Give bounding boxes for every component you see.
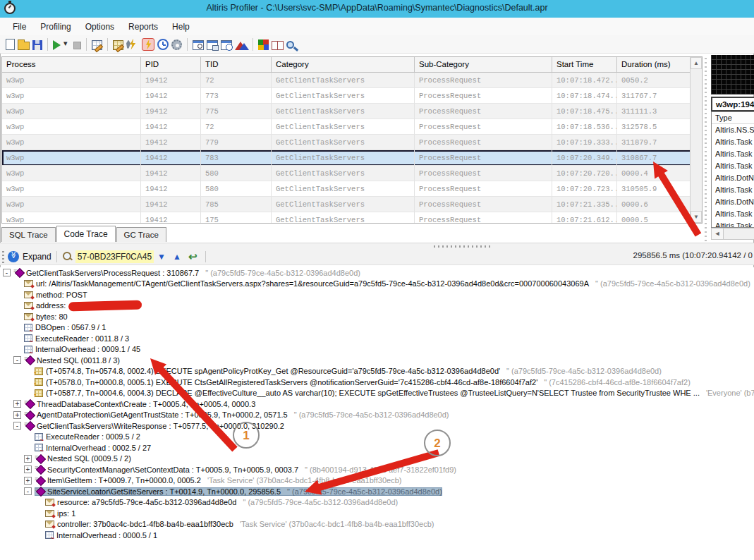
collapse-icon[interactable]: - bbox=[13, 422, 21, 430]
table-vertical-scrollbar[interactable]: ▲ ▼ bbox=[690, 57, 702, 223]
type-list-item[interactable]: Altiris.NS.S bbox=[712, 124, 754, 136]
chart-waves-icon[interactable] bbox=[235, 39, 248, 51]
tree-row[interactable]: InternalOverhead : 0002.5 / 27 bbox=[0, 442, 754, 454]
find-previous-button[interactable]: ▲ bbox=[173, 252, 181, 262]
column-header-start-time[interactable]: Start Time bbox=[552, 57, 617, 72]
tree-row[interactable]: -Nested SQL (0011.8 / 3) bbox=[0, 355, 754, 366]
horizontal-splitter[interactable] bbox=[0, 243, 754, 248]
collapse-icon[interactable]: - bbox=[3, 269, 11, 276]
column-header-sub-category[interactable]: Sub-Category bbox=[415, 57, 552, 72]
tree-row[interactable]: (T+0587.7, Tn+0004.6, 0004.3) DECLARE @E… bbox=[0, 388, 754, 399]
tree-row[interactable]: resource: a79c5fd5-79ce-4a5c-b312-0396ad… bbox=[0, 497, 754, 509]
tree-row[interactable]: ExecuteReader : 0011.8 / 3 bbox=[0, 333, 754, 344]
table-row[interactable]: w3wp19412779GetClientTaskServersProcessR… bbox=[2, 135, 702, 150]
tree-row[interactable]: InternalOverhead : 0000.5 / 1 bbox=[0, 530, 754, 541]
expand-button[interactable]: Expand bbox=[8, 251, 51, 262]
window-find-icon[interactable] bbox=[193, 40, 204, 50]
tree-row[interactable]: +Nested SQL (0009.5 / 2) bbox=[0, 454, 754, 465]
undo-button[interactable]: ↩ bbox=[188, 250, 197, 263]
table-row[interactable]: w3wp19412775GetClientTaskServersProcessR… bbox=[2, 104, 702, 119]
collapse-icon[interactable]: - bbox=[13, 356, 21, 364]
scroll-left-icon[interactable]: ◄ bbox=[712, 229, 724, 239]
tree-row[interactable]: controller: 37b0ac4c-bdc1-4fb8-ba4b-eaa1… bbox=[0, 519, 754, 530]
tree-row[interactable]: +AgentDataProtection\GetAgentTrustState … bbox=[0, 410, 754, 421]
type-list-item[interactable]: Altiris.Task bbox=[712, 136, 754, 148]
type-list-item[interactable]: Altiris.Task bbox=[712, 208, 754, 220]
table-row[interactable]: w3wp19412175GetClientTaskServersProcessR… bbox=[2, 212, 702, 224]
splitter-grip[interactable] bbox=[434, 245, 490, 248]
expand-icon[interactable]: + bbox=[24, 477, 32, 485]
open-file-icon[interactable] bbox=[18, 42, 30, 50]
table-row[interactable]: w3wp19412785GetClientTaskServersProcessR… bbox=[2, 197, 702, 212]
run-dropdown-icon[interactable] bbox=[63, 38, 71, 51]
menu-file[interactable]: File bbox=[6, 20, 33, 34]
stop-icon[interactable] bbox=[73, 42, 81, 49]
tab-gc-trace[interactable]: GC Trace bbox=[116, 227, 166, 242]
book-search-icon[interactable] bbox=[272, 41, 284, 50]
column-header-category[interactable]: Category bbox=[272, 57, 415, 72]
tree-row[interactable]: (T+0578.0, Tn+0000.8, 0005.1) EXECUTE Ct… bbox=[0, 377, 754, 388]
table-row[interactable]: w3wp19412783GetClientTaskServersProcessR… bbox=[2, 150, 702, 166]
type-list-item[interactable]: Altiris.DotN bbox=[712, 196, 754, 208]
menu-profiling[interactable]: Profiling bbox=[33, 20, 78, 34]
table-row[interactable]: w3wp19412580GetClientTaskServersProcessR… bbox=[2, 166, 702, 181]
type-list-item[interactable]: Altiris.Task bbox=[712, 184, 754, 196]
scroll-up-icon[interactable]: ▲ bbox=[691, 57, 702, 69]
type-list-item[interactable]: Altiris.Task bbox=[712, 160, 754, 172]
tree-row[interactable]: +SecurityContextManager\SetContextData :… bbox=[0, 464, 754, 475]
tab-sql-trace[interactable]: SQL Trace bbox=[1, 227, 56, 242]
type-list-item[interactable]: Altiris.DotN bbox=[712, 172, 754, 184]
tab-code-trace[interactable]: Code Trace bbox=[56, 226, 116, 242]
menu-options[interactable]: Options bbox=[78, 20, 121, 34]
tree-row[interactable]: url: /Altiris/TaskManagement/CTAgent/Get… bbox=[0, 279, 754, 290]
tree-row[interactable]: ips: 1 bbox=[0, 508, 754, 519]
tree-row[interactable]: DBOpen : 0567.9 / 1 bbox=[0, 322, 754, 334]
type-list-item[interactable]: Altiris.Task bbox=[712, 148, 754, 160]
color-tiles-icon[interactable] bbox=[258, 39, 269, 50]
table-row[interactable]: w3wp19412773GetClientTaskServersProcessR… bbox=[2, 88, 702, 104]
tree-row[interactable]: (T+0574.8, Tn+0574.8, 0002.4) EXECUTE sp… bbox=[0, 366, 754, 377]
save-icon[interactable] bbox=[32, 40, 42, 50]
tree-row[interactable]: +Item\GetItem : T+0009.7, Tn+0000.0, 000… bbox=[0, 475, 754, 487]
clock-icon[interactable] bbox=[157, 39, 169, 50]
window-clock-icon[interactable] bbox=[221, 40, 232, 50]
collapse-icon[interactable]: - bbox=[24, 487, 32, 495]
tree-row[interactable]: -SiteServiceLoator\GetSiteServers : T+00… bbox=[0, 486, 754, 497]
table-row[interactable]: w3wp1941272GetClientTaskServersProcessRe… bbox=[2, 73, 702, 88]
gear-icon[interactable] bbox=[171, 39, 182, 50]
type-column-header[interactable]: Type bbox=[712, 112, 754, 124]
expand-icon[interactable]: + bbox=[13, 411, 21, 419]
column-header-tid[interactable]: TID bbox=[201, 57, 272, 72]
table-row[interactable]: w3wp19412580GetClientTaskServersProcessR… bbox=[2, 181, 702, 197]
toolbar-grip[interactable] bbox=[2, 250, 4, 263]
search-term[interactable]: 57-0BD23FF0CA45 bbox=[75, 250, 154, 263]
expand-icon[interactable]: + bbox=[13, 400, 21, 408]
vertical-splitter[interactable] bbox=[705, 55, 707, 241]
find-next-button[interactable]: ▼ bbox=[157, 252, 166, 262]
column-header-process[interactable]: Process bbox=[2, 57, 141, 72]
tree-row[interactable]: -GetClientTaskServers\ProcessRequest : 3… bbox=[0, 267, 754, 279]
tree-row[interactable]: ExecuteReader : 0009.5 / 2 bbox=[0, 432, 754, 443]
expand-icon[interactable]: + bbox=[24, 455, 32, 463]
expand-icon[interactable]: + bbox=[24, 465, 32, 473]
tree-row[interactable]: InternalOverhead : 0009.1 / 45 bbox=[0, 344, 754, 355]
run-icon[interactable] bbox=[53, 40, 61, 50]
menu-help[interactable]: Help bbox=[165, 20, 197, 34]
sql-edit-icon[interactable] bbox=[113, 40, 123, 50]
profile-run-icon[interactable] bbox=[126, 38, 139, 51]
window-link-icon[interactable] bbox=[207, 40, 218, 50]
type-list-item[interactable]: Altiris.Task bbox=[712, 220, 754, 228]
tree-row[interactable]: +ThreadDatabaseContext\Create : T+0005.4… bbox=[0, 398, 754, 410]
tree-row[interactable]: method: POST bbox=[0, 289, 754, 300]
table-row[interactable]: w3wp1941272GetClientTaskServersProcessRe… bbox=[2, 119, 702, 135]
edit-grid-icon[interactable] bbox=[92, 40, 102, 50]
column-header-pid[interactable]: PID bbox=[141, 57, 201, 72]
column-header-duration-ms-[interactable]: Duration (ms) bbox=[617, 57, 691, 72]
magnifier-icon[interactable] bbox=[286, 41, 294, 49]
lightning-active-icon[interactable] bbox=[142, 38, 154, 51]
new-file-icon[interactable] bbox=[6, 39, 15, 50]
type-list-hscrollbar[interactable]: ◄ bbox=[711, 228, 754, 240]
tree-row[interactable]: -GetClientTaskServers\WriteResponse : T+… bbox=[0, 420, 754, 432]
menu-reports[interactable]: Reports bbox=[121, 20, 165, 34]
tree-row[interactable]: bytes: 80 bbox=[0, 311, 754, 322]
